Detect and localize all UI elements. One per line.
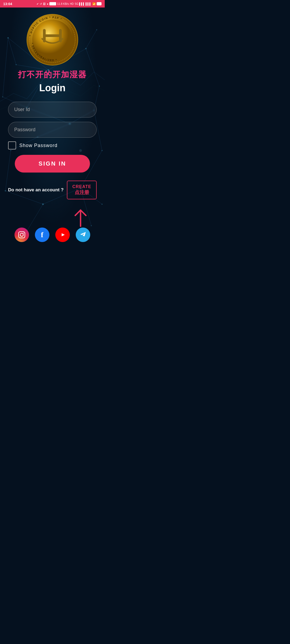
battery-level: 39 <box>97 2 102 5</box>
main-content: * HYPTIC COIN * P2P * * DECENTRALIZED * … <box>0 8 105 250</box>
no-account-text: Do not have an account ? <box>8 187 67 193</box>
media-icon: 🖼 <box>43 2 46 5</box>
sign-in-button[interactable]: SIGN IN <box>15 155 90 173</box>
account-section: Do not have an account ? CREATE 点注册 <box>8 181 97 206</box>
password-input[interactable] <box>8 122 97 138</box>
status-bar: 13:04 ✔ ↺ 🖼 ● VPN 11.8 KB/s HD 5G ▌▌▌ ▌▌… <box>0 0 105 8</box>
facebook-icon[interactable]: f <box>35 228 49 242</box>
create-label-cn: 点注册 <box>72 189 91 196</box>
refresh-icon: ↺ <box>40 2 42 5</box>
subtitle-cn: 打不开的开加湿器 <box>18 69 87 80</box>
user-id-input[interactable] <box>8 102 97 118</box>
message-icon: ● <box>47 2 48 5</box>
show-password-label[interactable]: Show Password <box>19 143 57 148</box>
login-title: Login <box>39 82 66 94</box>
check-icon: ✔ <box>37 2 39 5</box>
svg-point-51 <box>23 233 24 233</box>
social-icons-row: f <box>15 228 90 242</box>
create-label-top: CREATE <box>72 184 91 189</box>
telegram-icon[interactable] <box>76 228 90 242</box>
svg-marker-52 <box>62 233 65 236</box>
svg-rect-49 <box>19 232 25 238</box>
youtube-icon[interactable] <box>55 228 70 242</box>
status-time: 13:04 <box>3 2 12 6</box>
wifi-icon: 📶 <box>92 2 96 5</box>
show-password-checkbox[interactable] <box>8 141 16 149</box>
pink-arrow-icon <box>70 207 91 229</box>
hd-badge: HD <box>70 2 74 5</box>
vpn-badge: VPN <box>49 2 56 5</box>
account-row: Do not have an account ? CREATE 点注册 <box>8 181 97 199</box>
speed-text: 11.8 KB/s <box>57 2 69 5</box>
svg-point-50 <box>20 233 23 236</box>
coin-logo: * HYPTIC COIN * P2P * * DECENTRALIZED * <box>26 13 79 67</box>
create-account-button[interactable]: CREATE 点注册 <box>67 181 97 199</box>
instagram-icon[interactable] <box>15 228 29 242</box>
status-icons: ✔ ↺ 🖼 ● VPN 11.8 KB/s HD 5G ▌▌▌ ▌▌▌ 📶 39 <box>37 2 102 5</box>
signal-icons: 5G ▌▌▌ ▌▌▌ <box>75 2 91 5</box>
show-password-row: Show Password <box>8 141 97 149</box>
login-form <box>8 102 97 138</box>
